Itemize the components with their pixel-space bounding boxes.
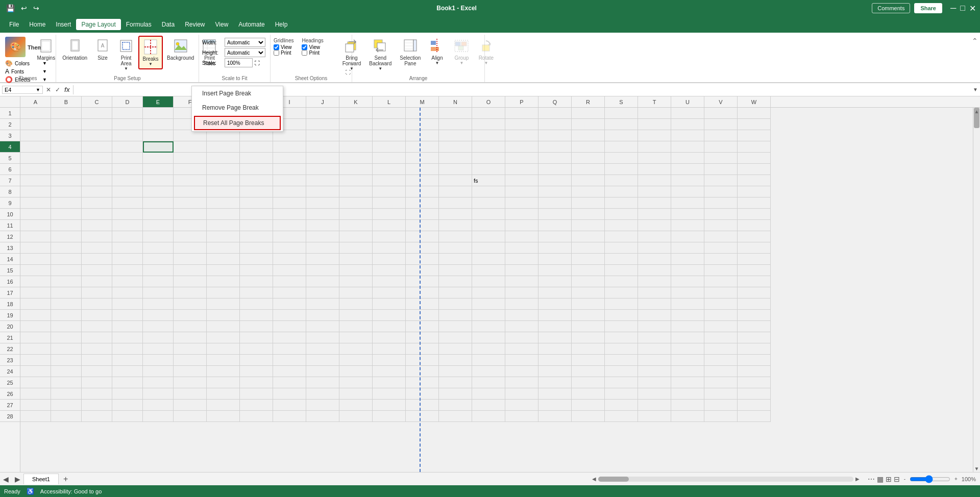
cell-H22[interactable] [240, 343, 273, 355]
cell-O25[interactable] [472, 377, 505, 388]
col-header-T[interactable]: T [638, 96, 671, 107]
col-header-K[interactable]: K [339, 96, 373, 107]
cell-K19[interactable] [339, 310, 373, 321]
cell-G4[interactable] [207, 141, 240, 153]
cell-J15[interactable] [306, 265, 339, 276]
cell-I11[interactable] [273, 220, 306, 231]
cell-F24[interactable] [174, 366, 207, 377]
cell-G19[interactable] [207, 310, 240, 321]
menu-home[interactable]: Home [24, 19, 51, 30]
cell-J20[interactable] [306, 321, 339, 332]
row-header-6[interactable]: 6 [0, 164, 20, 175]
cell-A21[interactable] [20, 332, 51, 343]
cell-S7[interactable] [605, 175, 638, 186]
cell-B14[interactable] [51, 254, 82, 265]
cell-A3[interactable] [20, 130, 51, 141]
cell-M5[interactable] [406, 153, 439, 164]
cell-H7[interactable] [240, 175, 273, 186]
cell-M25[interactable] [406, 377, 439, 388]
row-header-15[interactable]: 15 [0, 265, 20, 276]
menu-view[interactable]: View [210, 19, 234, 30]
cell-E16[interactable] [143, 276, 174, 287]
cell-I7[interactable] [273, 175, 306, 186]
cell-L6[interactable] [373, 164, 406, 175]
cell-A10[interactable] [20, 209, 51, 220]
row-header-3[interactable]: 3 [0, 130, 20, 141]
cell-I10[interactable] [273, 209, 306, 220]
cell-M7[interactable] [406, 175, 439, 186]
h-scroll-left[interactable]: ◀ [592, 476, 596, 482]
cell-F23[interactable] [174, 355, 207, 366]
cell-A18[interactable] [20, 299, 51, 310]
row-header-28[interactable]: 28 [0, 411, 20, 422]
cell-E15[interactable] [143, 265, 174, 276]
cell-E13[interactable] [143, 242, 174, 254]
cell-W21[interactable] [738, 332, 771, 343]
col-header-B[interactable]: B [51, 96, 82, 107]
cell-D27[interactable] [112, 400, 143, 411]
cell-H10[interactable] [240, 209, 273, 220]
cell-Q6[interactable] [538, 164, 572, 175]
cell-W10[interactable] [738, 209, 771, 220]
cell-F12[interactable] [174, 231, 207, 242]
cell-H8[interactable] [240, 186, 273, 197]
cell-I12[interactable] [273, 231, 306, 242]
cell-G17[interactable] [207, 287, 240, 299]
cell-F21[interactable] [174, 332, 207, 343]
cell-K9[interactable] [339, 197, 373, 209]
cell-P12[interactable] [505, 231, 538, 242]
cell-H12[interactable] [240, 231, 273, 242]
cell-U23[interactable] [671, 355, 704, 366]
cell-F18[interactable] [174, 299, 207, 310]
cell-O1[interactable] [472, 108, 505, 119]
cell-G14[interactable] [207, 254, 240, 265]
cell-N6[interactable] [439, 164, 472, 175]
col-header-D[interactable]: D [112, 96, 143, 107]
cell-R10[interactable] [572, 209, 605, 220]
cell-E5[interactable] [143, 153, 174, 164]
cell-C8[interactable] [82, 186, 112, 197]
cell-V8[interactable] [704, 186, 738, 197]
cell-L3[interactable] [373, 130, 406, 141]
cell-F13[interactable] [174, 242, 207, 254]
cell-U19[interactable] [671, 310, 704, 321]
cell-L11[interactable] [373, 220, 406, 231]
cell-C22[interactable] [82, 343, 112, 355]
cell-E1[interactable] [143, 108, 174, 119]
cell-A15[interactable] [20, 265, 51, 276]
cell-U14[interactable] [671, 254, 704, 265]
cell-L1[interactable] [373, 108, 406, 119]
cell-J27[interactable] [306, 400, 339, 411]
cell-Q1[interactable] [538, 108, 572, 119]
cell-Q4[interactable] [538, 141, 572, 153]
cell-J16[interactable] [306, 276, 339, 287]
headings-view-checkbox[interactable] [302, 44, 307, 50]
cell-P16[interactable] [505, 276, 538, 287]
cell-D24[interactable] [112, 366, 143, 377]
cell-O3[interactable] [472, 130, 505, 141]
cell-E26[interactable] [143, 388, 174, 400]
margins-button[interactable]: Margins [34, 36, 59, 63]
cell-W27[interactable] [738, 400, 771, 411]
selection-pane-button[interactable]: Selection Pane [397, 36, 424, 68]
cell-L26[interactable] [373, 388, 406, 400]
cell-L19[interactable] [373, 310, 406, 321]
cell-I22[interactable] [273, 343, 306, 355]
cell-T9[interactable] [638, 197, 671, 209]
cell-H16[interactable] [240, 276, 273, 287]
col-header-J[interactable]: J [306, 96, 339, 107]
cell-J4[interactable] [306, 141, 339, 153]
cell-H17[interactable] [240, 287, 273, 299]
cell-G12[interactable] [207, 231, 240, 242]
cell-O2[interactable] [472, 119, 505, 130]
row-header-10[interactable]: 10 [0, 209, 20, 220]
cell-U13[interactable] [671, 242, 704, 254]
width-select[interactable]: Automatic 1 page 2 pages [225, 38, 265, 47]
cell-E11[interactable] [143, 220, 174, 231]
cell-J10[interactable] [306, 209, 339, 220]
cell-F10[interactable] [174, 209, 207, 220]
cell-G21[interactable] [207, 332, 240, 343]
cell-S5[interactable] [605, 153, 638, 164]
cell-G11[interactable] [207, 220, 240, 231]
cell-B21[interactable] [51, 332, 82, 343]
